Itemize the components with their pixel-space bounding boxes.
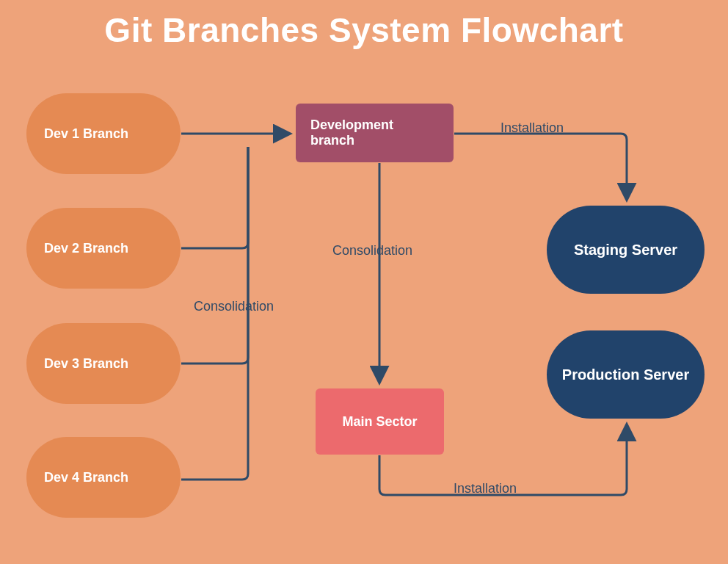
node-development-label: Development branch: [310, 118, 439, 148]
node-dev1: Dev 1 Branch: [26, 93, 181, 174]
arrow-dev2-to-development: [181, 147, 248, 248]
label-consolidation-devs: Consolidation: [194, 299, 274, 314]
page-title: Git Branches System Flowchart: [0, 0, 728, 50]
node-staging-label: Staging Server: [574, 242, 677, 258]
node-dev4-label: Dev 4 Branch: [44, 470, 128, 485]
node-main-label: Main Sector: [342, 414, 417, 430]
node-dev3-label: Dev 3 Branch: [44, 356, 128, 372]
node-dev4: Dev 4 Branch: [26, 437, 181, 518]
node-production: Production Server: [547, 330, 705, 419]
arrow-dev3-to-development: [181, 147, 248, 364]
node-main: Main Sector: [316, 388, 444, 455]
label-installation-production: Installation: [454, 481, 517, 496]
node-development: Development branch: [296, 104, 454, 162]
node-dev3: Dev 3 Branch: [26, 323, 181, 404]
node-dev2: Dev 2 Branch: [26, 208, 181, 289]
arrow-development-to-staging: [454, 134, 627, 198]
node-dev2-label: Dev 2 Branch: [44, 241, 128, 256]
label-consolidation-main: Consolidation: [332, 243, 412, 258]
node-staging: Staging Server: [547, 206, 705, 294]
label-installation-staging: Installation: [500, 120, 564, 136]
node-production-label: Production Server: [562, 366, 689, 383]
node-dev1-label: Dev 1 Branch: [44, 126, 128, 142]
